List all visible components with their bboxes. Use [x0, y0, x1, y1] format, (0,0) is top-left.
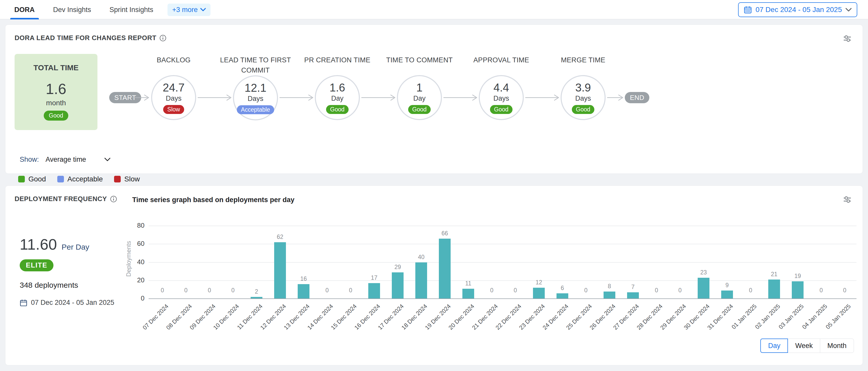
- granularity-day-button[interactable]: Day: [760, 339, 788, 353]
- bar-30-dec-2024: [698, 278, 709, 299]
- bar-20-dec-2024: [462, 289, 474, 299]
- info-icon[interactable]: [110, 196, 117, 203]
- deployment-date-range-text: 07 Dec 2024 - 05 Jan 2025: [31, 299, 114, 307]
- more-tabs-dropdown[interactable]: +3 more: [167, 4, 211, 16]
- bar-value-label: 0: [833, 287, 857, 294]
- granularity-week-button[interactable]: Week: [788, 339, 820, 353]
- stage-time-to-comment: TIME TO COMMENT1DayGood: [378, 55, 460, 120]
- bar-value-label: 11: [457, 280, 480, 287]
- stage-value: 4.4: [493, 81, 509, 94]
- tab-sprint-insights[interactable]: Sprint Insights: [105, 0, 157, 20]
- stage-value: 24.7: [163, 81, 185, 94]
- gridline-40: [149, 262, 857, 263]
- stage-merge-time: MERGE TIME3.9DaysGood: [542, 55, 624, 120]
- bar-02-jan-2025: [768, 279, 780, 299]
- chart-subtitle: Time series graph based on deployments p…: [132, 196, 294, 204]
- stage-circle: 3.9DaysGood: [561, 75, 606, 120]
- date-range-picker[interactable]: 07 Dec 2024 - 05 Jan 2025: [738, 2, 857, 17]
- stage-status-badge: Good: [326, 105, 348, 114]
- stage-lead-time-to-first-commit: LEAD TIME TO FIRST COMMIT12.1DaysAccepta…: [215, 55, 297, 120]
- show-dropdown[interactable]: Average time: [45, 156, 104, 164]
- gridline-80: [149, 226, 857, 226]
- bar-value-label: 23: [692, 269, 715, 276]
- legend-item-slow: Slow: [114, 175, 140, 183]
- chevron-down-icon: [200, 8, 206, 11]
- granularity-month-button[interactable]: Month: [820, 339, 854, 353]
- stage-backlog: BACKLOG24.7DaysSlow: [133, 55, 215, 120]
- lead-time-flow: START END BACKLOG24.7DaysSlowLEAD TIME T…: [5, 25, 863, 147]
- performance-badge: ELITE: [20, 259, 54, 271]
- stage-title: LEAD TIME TO FIRST COMMIT: [215, 55, 297, 75]
- bar-value-label: 17: [362, 274, 386, 281]
- bar-value-label: 40: [409, 254, 433, 261]
- stage-value: 1: [416, 81, 423, 94]
- bar-value-label: 0: [151, 287, 174, 294]
- stage-value: 12.1: [245, 81, 267, 94]
- x-axis-line: [149, 298, 857, 299]
- legend-item-good: Good: [18, 175, 46, 183]
- rate-unit: Per Day: [62, 243, 89, 251]
- y-tick-0: 0: [127, 294, 145, 302]
- stage-unit: Days: [575, 95, 591, 102]
- more-tabs-label: +3 more: [172, 6, 198, 14]
- stage-unit: Days: [248, 95, 264, 103]
- bar-value-label: 9: [715, 282, 739, 289]
- deployment-frequency-title: DEPLOYMENT FREQUENCY: [14, 195, 107, 203]
- legend-swatch: [18, 176, 25, 182]
- stage-title: PR CREATION TIME: [304, 55, 371, 75]
- stage-status-badge: Good: [490, 105, 513, 114]
- legend-swatch: [114, 176, 121, 182]
- bar-12-dec-2024: [274, 242, 286, 299]
- show-label: Show:: [20, 156, 39, 164]
- report-tabs: DORA Dev Insights Sprint Insights +3 mor…: [10, 0, 211, 20]
- deployment-count: 348 deployments: [20, 281, 78, 290]
- y-tick-80: 80: [127, 222, 145, 230]
- bar-value-label: 0: [315, 287, 339, 294]
- granularity-toggle: Day Week Month: [760, 339, 854, 353]
- bar-value-label: 0: [809, 287, 833, 294]
- gridline-60: [149, 244, 857, 244]
- stage-unit: Day: [331, 95, 343, 102]
- tab-dev-insights[interactable]: Dev Insights: [49, 0, 95, 20]
- gridline-20: [149, 280, 857, 281]
- bar-value-label: 0: [221, 287, 245, 294]
- legend-label: Acceptable: [67, 175, 103, 183]
- chart-settings-button[interactable]: [841, 194, 854, 206]
- stage-circle: 1DayGood: [397, 75, 442, 120]
- dora-dashboard: DORA Dev Insights Sprint Insights +3 mor…: [0, 0, 868, 371]
- stage-circle: 12.1DaysAcceptable: [233, 75, 278, 120]
- bar-18-dec-2024: [415, 262, 427, 299]
- bar-value-label: 0: [739, 287, 763, 294]
- bar-value-label: 19: [786, 273, 809, 279]
- bar-value-label: 0: [198, 287, 221, 294]
- y-tick-40: 40: [127, 258, 145, 266]
- stage-unit: Days: [166, 95, 182, 102]
- deployment-date-range: 07 Dec 2024 - 05 Jan 2025: [20, 299, 114, 307]
- bar-value-label: 0: [174, 287, 198, 294]
- bar-03-jan-2025: [792, 281, 804, 299]
- stage-title: TIME TO COMMENT: [386, 55, 453, 75]
- chevron-down-icon[interactable]: [104, 158, 111, 162]
- bar-value-label: 12: [527, 279, 551, 286]
- legend-label: Slow: [124, 175, 140, 183]
- bar-value-label: 2: [245, 288, 268, 295]
- chevron-down-icon: [845, 8, 851, 12]
- deployment-rate: 11.60 Per Day: [20, 236, 89, 253]
- calendar-icon: [744, 6, 752, 14]
- stage-unit: Days: [493, 95, 509, 102]
- bar-13-dec-2024: [298, 284, 309, 299]
- calendar-icon: [20, 299, 27, 307]
- sliders-icon: [842, 195, 852, 204]
- stage-pr-creation-time: PR CREATION TIME1.6DayGood: [297, 55, 378, 120]
- stage-title: BACKLOG: [157, 55, 191, 75]
- stage-title: APPROVAL TIME: [473, 55, 529, 75]
- legend-swatch: [57, 176, 64, 182]
- stage-value: 1.6: [330, 81, 345, 94]
- deployment-frequency-card: DEPLOYMENT FREQUENCY Time series graph b…: [5, 186, 863, 365]
- legend-item-acceptable: Acceptable: [57, 175, 103, 183]
- stage-approval-time: APPROVAL TIME4.4DaysGood: [460, 55, 542, 120]
- stage-circle: 24.7DaysSlow: [151, 75, 196, 120]
- stage-circle: 4.4DaysGood: [479, 75, 524, 120]
- bar-27-dec-2024: [627, 292, 639, 299]
- tab-dora[interactable]: DORA: [10, 0, 39, 20]
